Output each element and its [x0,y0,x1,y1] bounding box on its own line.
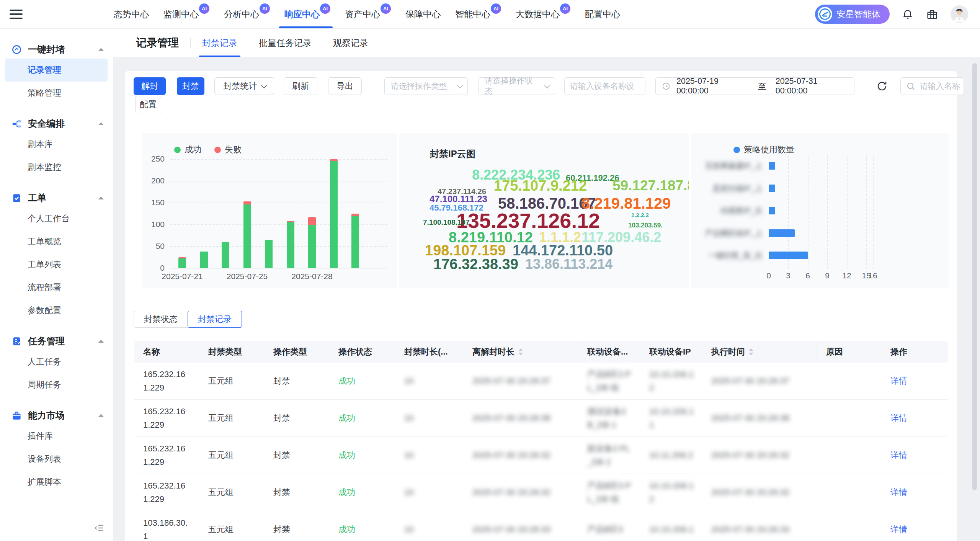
agent-button[interactable]: 安星智能体 [815,5,890,24]
bar-2025-07-22 [200,252,208,268]
gridline [873,155,874,269]
export-button[interactable]: 导出 [328,77,362,95]
refresh-button[interactable]: 刷新 [284,77,317,95]
sidebar-item-工单概览[interactable]: 工单概览 [5,230,108,253]
column-header-联动设备...[interactable]: 联动设备... [578,341,640,363]
sidebar-item-流程部署[interactable]: 流程部署 [5,276,108,299]
user-avatar[interactable] [950,5,969,23]
column-header-操作类型[interactable]: 操作类型 [264,341,329,363]
success-bar-segment [351,216,359,268]
column-header-联动设备IP[interactable]: 联动设备IP [640,341,702,363]
table-row: 165.232.161.229五元组封禁成功102025-07-30 20:26… [134,363,948,400]
nav-item-label: 响应中心 [284,8,320,20]
cell-reason [817,415,881,421]
sidebar-item-插件库[interactable]: 插件库 [5,425,108,448]
sidebar-item-参数配置[interactable]: 参数配置 [5,299,108,322]
nav-item-资产中心[interactable]: 资产中心AI [345,0,391,28]
legend-item-成功[interactable]: 成功 [174,144,201,155]
sidebar-item-人工任务[interactable]: 人工任务 [5,350,108,373]
cell-duration: 10 [395,371,463,391]
date-range-picker[interactable]: 2025-07-19 00:00:00 至 2025-07-31 00:00:0… [655,77,854,95]
config-button[interactable]: 配置 [135,96,161,113]
cell-reason [817,378,881,384]
nav-item-分析中心[interactable]: 分析中心AI [224,0,270,28]
block-button[interactable]: 封禁 [177,77,204,95]
detail-link[interactable]: 详情 [890,525,907,534]
cell-op_type: 封禁 [264,371,329,391]
sidebar-section-一键封堵[interactable]: 一键封堵 [0,40,113,59]
nav-item-保障中心[interactable]: 保障中心 [405,0,441,28]
success-bar-segment [200,252,208,268]
sort-icon[interactable] [518,348,523,355]
cell-action[interactable]: 详情 [881,482,948,502]
detail-link[interactable]: 详情 [890,487,907,497]
nav-item-响应中心[interactable]: 响应中心AI [284,0,330,28]
sidebar-item-扩展脚本[interactable]: 扩展脚本 [5,471,108,494]
subtab-ban-records[interactable]: 封禁记录 [188,311,242,328]
column-header-离解封时长[interactable]: 离解封时长 [463,341,578,363]
nav-item-态势中心[interactable]: 态势中心 [114,0,149,28]
nav-item-监测中心[interactable]: 监测中心AI [163,0,209,28]
unblock-button[interactable]: 解封 [134,77,166,95]
strategy-bar [769,229,795,237]
column-header-封禁类型[interactable]: 封禁类型 [199,341,264,363]
cell-action[interactable]: 详情 [881,445,948,465]
sidebar-item-设备列表[interactable]: 设备列表 [5,448,108,471]
x-axis-line [170,268,387,268]
legend-item-失败[interactable]: 失败 [214,144,242,155]
sidebar-collapse-icon[interactable] [94,523,105,535]
cell-device_ip: 10.10.206.1 [640,520,702,539]
sidebar-item-剧本监控[interactable]: 剧本监控 [5,156,108,179]
vertical-scrollbar[interactable] [972,63,977,490]
success-bar-segment [222,242,229,268]
subtab-ban-status[interactable]: 封禁状态 [134,311,188,328]
reload-icon[interactable] [876,80,888,92]
tab-ban-records[interactable]: 封禁记录 [202,29,237,57]
column-header-名称[interactable]: 名称 [134,341,199,363]
column-header-原因[interactable]: 原因 [817,341,881,363]
tab-batch-task-records[interactable]: 批量任务记录 [259,29,312,57]
cell-duration: 10 [395,408,463,428]
column-header-操作状态[interactable]: 操作状态 [329,341,395,363]
device-name-input[interactable] [564,77,645,95]
nav-item-大数据中心[interactable]: 大数据中心AI [516,0,570,28]
column-header-封禁时长(...[interactable]: 封禁时长(... [395,341,463,363]
tab-watch-records[interactable]: 观察记录 [333,29,368,57]
column-header-操作[interactable]: 操作 [881,341,948,363]
detail-link[interactable]: 详情 [890,376,907,386]
sidebar-item-工单列表[interactable]: 工单列表 [5,253,108,276]
sort-icon[interactable] [749,348,753,355]
legend-label: 成功 [185,144,201,155]
sidebar-section-工单[interactable]: 工单 [0,189,113,207]
nav-item-智能中心[interactable]: 智能中心AI [455,0,501,28]
sidebar-item-策略管理[interactable]: 策略管理 [5,82,108,105]
name-search-input[interactable] [919,81,962,91]
sidebar-section-任务管理[interactable]: 任务管理 [0,332,113,350]
column-label: 联动设备... [587,346,628,358]
sidebar-item-记录管理[interactable]: 记录管理 [5,59,108,82]
ban-stats-dropdown-button[interactable]: 封禁统计 [214,77,274,95]
sidebar-section-label: 能力市场 [28,409,92,422]
sidebar-item-个人工作台[interactable]: 个人工作台 [5,207,108,230]
op-type-select[interactable]: 请选择操作类型 [384,77,468,95]
cell-action[interactable]: 详情 [881,408,948,428]
detail-link[interactable]: 详情 [890,450,907,460]
sidebar-item-剧本库[interactable]: 剧本库 [5,133,108,156]
menu-hamburger-icon[interactable] [10,10,23,19]
legend-item-策略使用数量[interactable]: 策略使用数量 [733,144,794,155]
name-search-box[interactable] [900,77,964,95]
column-header-执行时间[interactable]: 执行时间 [702,341,817,363]
detail-link[interactable]: 详情 [890,413,907,423]
x-axis-tick: 3 [786,271,791,280]
notifications-bell-icon[interactable] [901,8,914,21]
cell-action[interactable]: 详情 [881,371,948,391]
sidebar-section-能力市场[interactable]: 能力市场 [0,406,113,425]
sidebar-section-安全编排[interactable]: 安全编排 [0,114,113,133]
cell-action[interactable]: 详情 [881,520,948,539]
cell-device: 产品B区3 PL_DB 组 [578,476,640,509]
op-status-select[interactable]: 请选择操作状态 [478,77,555,95]
toolbox-icon[interactable] [926,8,939,21]
sidebar-item-周期任务[interactable]: 周期任务 [5,373,108,396]
records-table: 名称封禁类型操作类型操作状态封禁时长(...离解封时长联动设备...联动设备IP… [134,341,948,541]
nav-item-配置中心[interactable]: 配置中心 [585,0,620,28]
